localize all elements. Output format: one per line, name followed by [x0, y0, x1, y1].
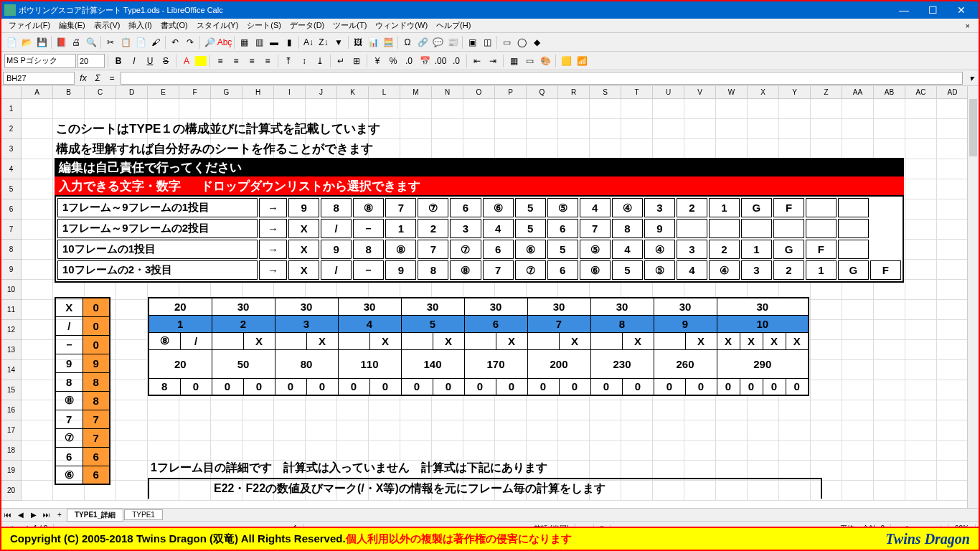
date-button[interactable]: 📅 — [418, 54, 432, 68]
cell[interactable] — [811, 119, 842, 139]
cell[interactable] — [621, 400, 653, 420]
row-header-16[interactable]: 16 — [1, 400, 22, 420]
col-header-R[interactable]: R — [558, 86, 590, 98]
col-header-G[interactable]: G — [211, 86, 242, 98]
col-header-AA[interactable]: AA — [842, 86, 874, 98]
bold-button[interactable]: B — [111, 54, 126, 68]
cell[interactable] — [842, 340, 874, 360]
delrow-icon[interactable]: ▬ — [267, 35, 281, 50]
cell[interactable] — [716, 400, 748, 420]
cell[interactable] — [811, 99, 842, 119]
cell[interactable] — [937, 360, 969, 380]
cell[interactable] — [306, 420, 337, 441]
cell[interactable] — [874, 420, 905, 441]
cell[interactable] — [495, 420, 527, 441]
cell[interactable] — [905, 461, 937, 481]
menu-help[interactable]: ヘルプ(H) — [432, 19, 475, 32]
cell[interactable] — [684, 139, 716, 159]
cell[interactable] — [621, 99, 653, 119]
tab-first-button[interactable]: ⏮ — [1, 511, 14, 519]
menu-tools[interactable]: ツール(T) — [329, 19, 371, 32]
tab-add-button[interactable]: + — [53, 511, 66, 519]
cell-reference-input[interactable] — [3, 72, 75, 85]
cell[interactable] — [811, 360, 842, 380]
col-header-A[interactable]: A — [22, 86, 53, 98]
col-header-F[interactable]: F — [179, 86, 211, 98]
cell[interactable] — [242, 400, 274, 420]
cell[interactable] — [274, 420, 306, 441]
close-button[interactable]: ✕ — [947, 1, 976, 19]
expand-icon[interactable]: ▾ — [964, 71, 979, 85]
col-header-AD[interactable]: AD — [937, 86, 969, 98]
link-icon[interactable]: 🔗 — [415, 35, 430, 50]
cell[interactable] — [527, 400, 558, 420]
col-header-W[interactable]: W — [716, 86, 748, 98]
cell[interactable] — [22, 360, 53, 380]
cell[interactable] — [558, 400, 590, 420]
cell[interactable] — [211, 400, 242, 420]
open-icon[interactable]: 📂 — [19, 35, 34, 50]
cell[interactable] — [400, 99, 432, 119]
underline-button[interactable]: U — [143, 54, 157, 68]
col-header-Z[interactable]: Z — [811, 86, 842, 98]
col-header-U[interactable]: U — [653, 86, 684, 98]
col-header-I[interactable]: I — [274, 86, 306, 98]
cell[interactable] — [905, 300, 937, 320]
cell[interactable] — [495, 99, 527, 119]
sheet-tab-2[interactable]: TYPE1 — [124, 509, 163, 520]
row-header-4[interactable]: 4 — [1, 159, 22, 179]
cell[interactable] — [905, 420, 937, 441]
sum-icon[interactable]: Σ — [90, 71, 105, 85]
menu-view[interactable]: 表示(V) — [90, 19, 125, 32]
cell[interactable] — [653, 420, 684, 441]
cell[interactable] — [684, 441, 716, 461]
save-icon[interactable]: 💾 — [34, 35, 49, 50]
cell[interactable] — [621, 119, 653, 139]
cell[interactable] — [242, 441, 274, 461]
cell[interactable] — [811, 441, 842, 461]
spell-icon[interactable]: Abç — [217, 35, 232, 50]
cell[interactable] — [716, 420, 748, 441]
cell[interactable] — [211, 441, 242, 461]
cell[interactable] — [621, 441, 653, 461]
fontsize-select[interactable] — [77, 54, 105, 68]
wrap-button[interactable]: ↵ — [334, 54, 348, 68]
cell[interactable] — [684, 420, 716, 441]
delcol-icon[interactable]: ▮ — [282, 35, 296, 50]
cell[interactable] — [811, 139, 842, 159]
cell[interactable] — [432, 441, 463, 461]
cell[interactable] — [495, 119, 527, 139]
cell[interactable] — [937, 340, 969, 360]
row-header-7[interactable]: 7 — [1, 220, 22, 240]
col-header-O[interactable]: O — [463, 86, 495, 98]
cell[interactable] — [905, 179, 937, 199]
cell[interactable] — [842, 119, 874, 139]
cell[interactable] — [874, 119, 905, 139]
cell[interactable] — [22, 179, 53, 199]
cell[interactable] — [495, 139, 527, 159]
minimize-button[interactable]: — — [890, 1, 918, 19]
cell[interactable] — [937, 199, 969, 220]
cell[interactable] — [716, 441, 748, 461]
cell[interactable] — [905, 280, 937, 300]
cell[interactable] — [937, 139, 969, 159]
cell[interactable] — [85, 99, 116, 119]
equals-icon[interactable]: = — [105, 71, 119, 85]
cell[interactable] — [22, 119, 53, 139]
cell[interactable] — [937, 99, 969, 119]
cell[interactable] — [179, 441, 211, 461]
cell[interactable] — [937, 240, 969, 260]
cell[interactable] — [148, 99, 179, 119]
col-icon[interactable]: ▥ — [252, 35, 266, 50]
cell[interactable] — [306, 400, 337, 420]
cell[interactable] — [211, 420, 242, 441]
new-icon[interactable]: 📄 — [4, 35, 19, 50]
cell[interactable] — [905, 199, 937, 220]
cell[interactable] — [590, 400, 621, 420]
menu-file[interactable]: ファイル(F) — [4, 19, 55, 32]
ellipse-icon[interactable]: ◯ — [514, 35, 529, 50]
cell[interactable] — [653, 119, 684, 139]
cell[interactable] — [22, 220, 53, 240]
row-header-5[interactable]: 5 — [1, 179, 22, 199]
cell[interactable] — [716, 139, 748, 159]
